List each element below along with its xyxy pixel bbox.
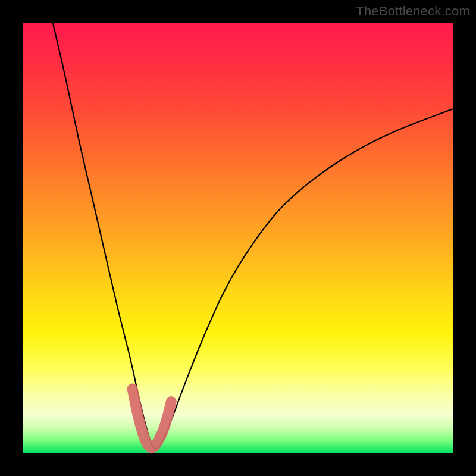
bottleneck-curve-path bbox=[53, 23, 453, 449]
curve-layer bbox=[23, 23, 453, 453]
watermark-text: TheBottleneck.com bbox=[356, 4, 470, 19]
optimal-range-marker-path bbox=[133, 389, 171, 447]
bottleneck-curve bbox=[53, 23, 453, 449]
chart-frame: TheBottleneck.com bbox=[0, 0, 476, 476]
optimal-range-marker bbox=[133, 389, 171, 447]
plot-area bbox=[23, 23, 453, 453]
